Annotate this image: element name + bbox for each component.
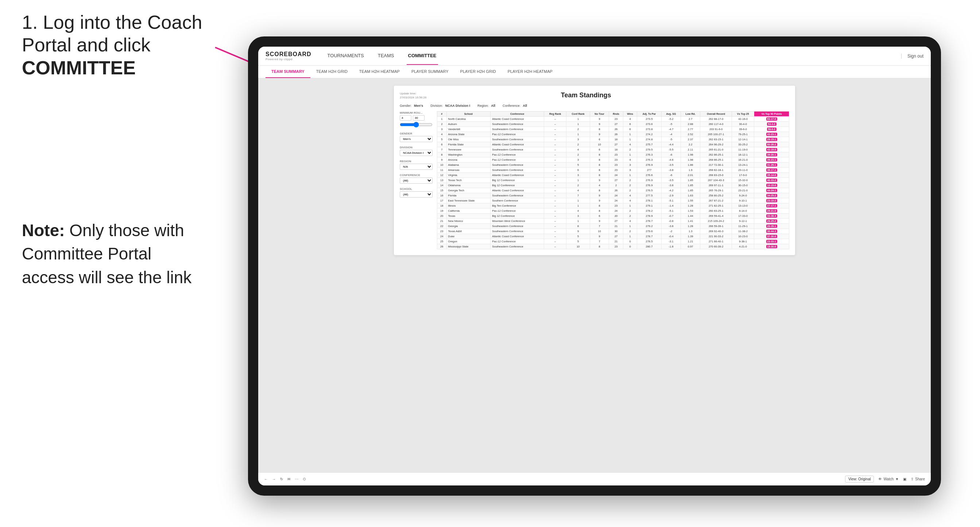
toolbar-more[interactable]: ⋯: [295, 477, 298, 481]
conference-select[interactable]: (All): [400, 178, 433, 184]
table-row: 22GeorgiaSoutheastern Conference–8721127…: [437, 224, 789, 229]
table-cell: 18-12-1: [732, 152, 754, 157]
col-school: School: [446, 111, 490, 117]
table-cell: 5: [566, 239, 590, 244]
table-cell: 4: [623, 157, 637, 162]
table-cell: 21: [609, 224, 623, 229]
table-cell: 1.21: [681, 239, 700, 244]
table-row: 4Arizona StatePac-12 Conference–19261274…: [437, 132, 789, 137]
view-original-button[interactable]: View: Original: [845, 476, 874, 483]
table-cell: Florida: [446, 193, 490, 198]
table-cell: 11: [437, 168, 447, 173]
table-cell: 1: [566, 178, 590, 183]
table-cell: 4: [623, 198, 637, 203]
nav-committee[interactable]: COMMITTEE: [407, 47, 438, 65]
table-cell: Texas A&M: [446, 229, 490, 234]
table-cell: 1: [623, 203, 637, 208]
sub-nav-team-h2h-grid[interactable]: TEAM H2H GRID: [310, 66, 353, 78]
min-rou-slider[interactable]: [400, 122, 433, 127]
table-cell: Pac-12 Conference: [490, 152, 544, 157]
nav-teams[interactable]: TEAMS: [376, 47, 396, 65]
sub-nav-player-h2h-grid[interactable]: PLAYER H2H GRID: [455, 66, 502, 78]
table-cell: 23: [609, 152, 623, 157]
table-cell: –: [544, 178, 566, 183]
gender-select[interactable]: Men's: [400, 136, 433, 142]
table-cell: 24: [609, 173, 623, 178]
table-cell: East Tennessee State: [446, 198, 490, 203]
table-cell: 17-33-0: [732, 214, 754, 219]
table-cell: Georgia: [446, 224, 490, 229]
toolbar-crop[interactable]: ▣: [903, 477, 906, 481]
bottom-toolbar: ← → ↻ ✉ ⋯ ⏲ View: Original 👁 Watch ▼ ▣ ⇧…: [258, 472, 931, 486]
school-select[interactable]: (All): [400, 191, 433, 198]
table-cell: 37-30-0: [754, 234, 789, 239]
gender-group: Gender Men's: [400, 132, 433, 142]
table-cell: -1.8: [661, 244, 681, 249]
table-cell: 8: [590, 173, 609, 178]
nav-tournaments[interactable]: TOURNAMENTS: [326, 47, 366, 65]
table-cell: 39-23-1: [754, 157, 789, 162]
toolbar-clock[interactable]: ⏲: [303, 477, 306, 481]
table-cell: –: [544, 162, 566, 168]
toolbar-forward[interactable]: →: [272, 477, 276, 481]
region-select[interactable]: N/A: [400, 163, 433, 170]
table-row: 20TexasBig 12 Conference–36202278.9-0.71…: [437, 214, 789, 219]
min-val2-input[interactable]: [413, 115, 425, 121]
table-cell: Ole Miss: [446, 137, 490, 142]
sub-nav-player-summary[interactable]: PLAYER SUMMARY: [406, 66, 455, 78]
table-cell: 260 117-4-0: [700, 122, 732, 127]
table-cell: 262 86-25-1: [700, 152, 732, 157]
min-val1-input[interactable]: [400, 115, 411, 121]
table-cell: 2: [623, 214, 637, 219]
table-cell: -2.9: [661, 193, 681, 198]
table-cell: 9: [590, 234, 609, 239]
sub-nav-team-summary[interactable]: TEAM SUMMARY: [266, 66, 310, 78]
table-cell: 5: [437, 137, 447, 142]
table-cell: 1.53: [681, 208, 700, 214]
sub-nav-team-h2h-heatmap[interactable]: TEAM H2H HEATMAP: [353, 66, 406, 78]
table-cell: 10: [566, 244, 590, 249]
table-cell: 30-15-0: [732, 183, 754, 188]
table-cell: -3.8: [661, 183, 681, 188]
sign-out-link[interactable]: Sign out: [901, 54, 923, 59]
toolbar-refresh[interactable]: ↻: [280, 477, 283, 481]
table-cell: 1: [623, 152, 637, 157]
table-cell: 79-25-1: [732, 132, 754, 137]
toolbar-back[interactable]: ←: [264, 477, 268, 481]
table-cell: 2.88: [681, 122, 700, 127]
conference-label: Conference: [400, 173, 433, 177]
table-cell: 13: [437, 178, 447, 183]
table-cell: Southeastern Conference: [490, 224, 544, 229]
division-select[interactable]: NCAA Division I: [400, 150, 433, 156]
col-adj-to-par: Adj. To Par: [637, 111, 661, 117]
col-conf-rank: Conf Rank: [566, 111, 590, 117]
table-cell: 274.2: [637, 132, 661, 137]
sub-nav-player-h2h-heatmap[interactable]: PLAYER H2H HEATMAP: [502, 66, 558, 78]
table-cell: New Mexico: [446, 219, 490, 224]
table-row: 25OregonPac-12 Conference–57210278.5-3.1…: [437, 239, 789, 244]
table-cell: 9: [590, 178, 609, 183]
table-cell: –: [544, 208, 566, 214]
table-cell: Tennessee: [446, 147, 490, 152]
table-cell: –: [544, 142, 566, 147]
filter-row: Gender: Men's Division: NCAA Division I …: [400, 104, 789, 108]
table-cell: 23-21-0: [732, 188, 754, 193]
toolbar-bookmark[interactable]: ✉: [287, 477, 290, 481]
table-row: 23Texas A&MSoutheastern Conference–91030…: [437, 229, 789, 234]
filter-conference-label: Conference:: [503, 104, 520, 108]
filter-region-value: All: [491, 104, 495, 108]
table-cell: 10-15-0: [754, 183, 789, 188]
table-cell: 17-9-0: [732, 173, 754, 178]
table-cell: 7: [437, 147, 447, 152]
table-cell: 23-10-2: [754, 198, 789, 203]
share-button[interactable]: ⇧ Share: [911, 477, 925, 481]
table-cell: 5: [566, 234, 590, 239]
table-cell: Auburn: [446, 122, 490, 127]
table-cell: Big Ten Conference: [490, 203, 544, 208]
table-row: 18IllinoisBig Ten Conference–18231279.1-…: [437, 203, 789, 208]
table-cell: Southern Conference: [490, 198, 544, 203]
table-cell: 39-6-0: [732, 127, 754, 132]
watch-button[interactable]: 👁 Watch ▼: [878, 477, 899, 481]
table-cell: –: [544, 168, 566, 173]
table-cell: Southeastern Conference: [490, 168, 544, 173]
